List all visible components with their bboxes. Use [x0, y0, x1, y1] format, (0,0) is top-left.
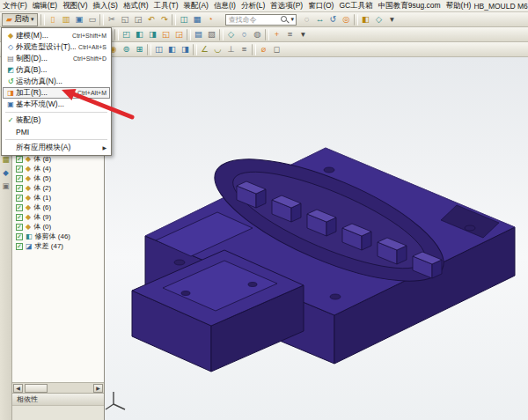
- scroll-left-button[interactable]: ◀: [13, 384, 23, 393]
- checkbox-icon[interactable]: ✓: [16, 214, 23, 221]
- scroll-thumb[interactable]: [25, 384, 48, 393]
- wcs-display-icon[interactable]: +: [270, 29, 283, 41]
- open-icon[interactable]: ▥: [59, 14, 72, 26]
- snapshot-icon[interactable]: ◇: [224, 29, 238, 41]
- viewport-3d[interactable]: [105, 57, 528, 420]
- checkbox-icon[interactable]: ✓: [16, 175, 23, 182]
- save-icon[interactable]: ▣: [72, 14, 85, 26]
- tree-item[interactable]: ✓ ◆ 体 (6): [12, 203, 104, 212]
- start-menu-button[interactable]: ▰ 启动 ▾: [2, 13, 38, 26]
- tree-item[interactable]: ✓ ◆ 体 (2): [12, 183, 104, 193]
- start-menu-item[interactable]: ◩ 仿真(B)...: [3, 64, 110, 76]
- menubar-item[interactable]: 插入(S): [91, 0, 121, 11]
- checkbox-icon[interactable]: ✓: [16, 243, 23, 250]
- pan-icon[interactable]: ↔: [313, 14, 326, 26]
- more-options-icon[interactable]: ▾: [385, 14, 399, 26]
- zoom-icon[interactable]: ◎: [340, 14, 353, 26]
- selection-filter-icon[interactable]: ◌: [300, 14, 313, 26]
- tree-item[interactable]: ✓ ◆ 体 (9): [12, 212, 104, 222]
- checkbox-icon[interactable]: ✓: [16, 166, 23, 173]
- half-shade-icon[interactable]: ◧: [359, 14, 372, 26]
- pattern-icon[interactable]: ≡: [238, 44, 251, 55]
- layer-settings-icon[interactable]: ▦: [190, 14, 203, 26]
- menubar-item[interactable]: 工具(T): [151, 0, 181, 11]
- menubar-item[interactable]: 编辑(E): [30, 0, 60, 11]
- separator[interactable]: [252, 44, 256, 55]
- right-view-icon[interactable]: ◨: [146, 29, 159, 41]
- intersect-icon[interactable]: ◨: [179, 44, 192, 55]
- start-menu-item[interactable]: ◇ 外观造型设计(T)... Ctrl+Alt+S: [3, 41, 110, 53]
- measure-icon[interactable]: ⌀: [257, 44, 270, 55]
- rotate-icon[interactable]: ↺: [326, 14, 340, 26]
- tree-item[interactable]: ✓ ◧ 修剪体 (46): [12, 232, 104, 241]
- checkbox-icon[interactable]: ✓: [16, 185, 23, 192]
- separator[interactable]: [187, 29, 191, 41]
- start-menu-item[interactable]: ▤ 制图(D)... Ctrl+Shift+D: [3, 53, 110, 64]
- checkbox-icon[interactable]: ✓: [16, 233, 23, 240]
- paste-icon[interactable]: ◲: [131, 14, 144, 26]
- tree-item[interactable]: ✓ ◆ 体 (5): [12, 173, 104, 183]
- section-icon[interactable]: ▤: [192, 29, 205, 41]
- menubar-item[interactable]: 装配(A): [181, 0, 211, 11]
- scroll-right-button[interactable]: ▶: [93, 384, 103, 393]
- separator[interactable]: [354, 14, 358, 26]
- menubar-item[interactable]: GC工具箱: [336, 0, 375, 11]
- preferences-icon[interactable]: ≡: [283, 29, 297, 41]
- tree-item[interactable]: ✓ ◆ 体 (1): [12, 193, 104, 203]
- checkbox-icon[interactable]: ✓: [16, 224, 23, 231]
- unite-icon[interactable]: ◫: [152, 44, 165, 55]
- menubar-item[interactable]: 中国教育9sug.com: [376, 0, 444, 11]
- new-file-icon[interactable]: ▯: [46, 14, 59, 26]
- chamfer-icon[interactable]: ∠: [198, 44, 211, 55]
- subtract-icon[interactable]: ◧: [165, 44, 179, 55]
- tree-item[interactable]: ✓ ◪ 求差 (47): [12, 241, 104, 251]
- tree-item[interactable]: ✓ ◆ 体 (0): [12, 222, 104, 232]
- process-studio-icon[interactable]: ◆: [1, 167, 11, 177]
- material-icon[interactable]: ◇: [372, 14, 385, 26]
- command-finder-input[interactable]: [228, 16, 279, 24]
- separator[interactable]: [114, 29, 119, 41]
- separator[interactable]: [193, 44, 197, 55]
- pocket-icon[interactable]: ⊞: [133, 44, 146, 55]
- separator[interactable]: [172, 14, 176, 26]
- front-view-icon[interactable]: ◧: [133, 29, 146, 41]
- hole-icon[interactable]: ⊚: [120, 44, 133, 55]
- checkbox-icon[interactable]: ✓: [16, 156, 23, 163]
- display-update-icon[interactable]: ◔: [203, 14, 216, 26]
- undo-icon[interactable]: ↶: [144, 14, 158, 26]
- dependencies-header[interactable]: 相依性: [12, 393, 104, 405]
- start-menu-item[interactable]: ↺ 运动仿真(N)...: [3, 76, 110, 87]
- menubar-item[interactable]: 帮助(H): [444, 0, 474, 11]
- cut-icon[interactable]: ✂: [105, 14, 118, 26]
- window-icon[interactable]: ◫: [177, 14, 190, 26]
- separator[interactable]: [40, 14, 45, 26]
- trimetric-view-icon[interactable]: ◲: [172, 29, 186, 41]
- view-more-arrow-icon[interactable]: ▾: [297, 29, 310, 41]
- roles-icon[interactable]: ▣: [1, 181, 11, 190]
- isometric-view-icon[interactable]: ◱: [159, 29, 172, 41]
- datum-plane-icon[interactable]: ⊥: [224, 44, 238, 55]
- separator[interactable]: [265, 29, 269, 41]
- clip-section-icon[interactable]: ▧: [205, 29, 218, 41]
- start-menu-item[interactable]: ▣ 基本环境(W)...: [3, 99, 110, 110]
- copy-icon[interactable]: ◱: [118, 14, 131, 26]
- start-menu-item[interactable]: ✓ 装配(B): [3, 114, 110, 126]
- separator[interactable]: [99, 14, 104, 26]
- separator[interactable]: [147, 44, 151, 55]
- start-menu-item[interactable]: 所有应用模块(A) ▶: [3, 142, 110, 153]
- menubar-item[interactable]: 视图(V): [60, 0, 90, 11]
- menubar-item[interactable]: 首选项(P): [268, 0, 305, 11]
- checkbox-icon[interactable]: ✓: [16, 195, 23, 202]
- command-finder[interactable]: ▾: [225, 14, 297, 26]
- tree-hscrollbar[interactable]: ◀ ▶: [12, 382, 104, 393]
- start-menu-item[interactable]: ◆ 建模(M)... Ctrl+Shift+M: [3, 30, 110, 41]
- separator[interactable]: [219, 29, 224, 41]
- menubar-item[interactable]: 文件(F): [0, 0, 30, 11]
- print-icon[interactable]: ▭: [85, 14, 99, 26]
- chevron-down-icon[interactable]: ▾: [290, 16, 294, 23]
- top-view-icon[interactable]: ◰: [120, 29, 133, 41]
- redo-icon[interactable]: ↷: [158, 14, 171, 26]
- start-menu-item[interactable]: ◨ 加工(R)... Ctrl+Alt+M: [3, 87, 110, 99]
- background-icon[interactable]: ◍: [251, 29, 264, 41]
- tree-item[interactable]: ✓ ◆ 体 (4): [12, 164, 104, 173]
